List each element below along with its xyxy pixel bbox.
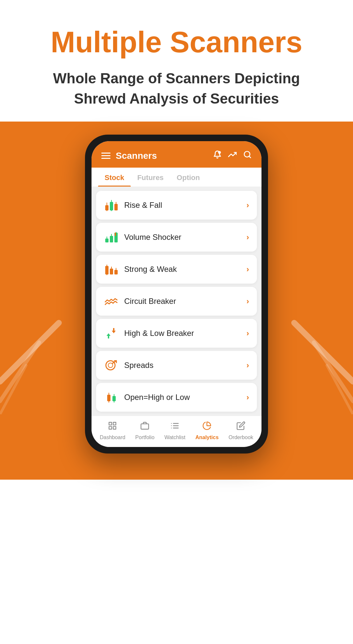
chevron-right-icon: › xyxy=(246,233,249,242)
analytics-icon xyxy=(202,421,211,433)
scanner-item-circuit-breaker[interactable]: Circuit Breaker › xyxy=(96,287,257,316)
scanner-name-rise-fall: Rise & Fall xyxy=(124,201,162,210)
portfolio-icon xyxy=(140,421,149,433)
volume-shocker-icon xyxy=(104,230,118,244)
nav-item-analytics[interactable]: Analytics xyxy=(195,421,219,440)
hamburger-menu-icon[interactable] xyxy=(101,153,110,159)
svg-rect-33 xyxy=(116,202,116,204)
tab-stock[interactable]: Stock xyxy=(98,168,131,187)
chevron-right-icon: › xyxy=(246,329,249,338)
hero-subtitle: Whole Range of Scanners Depicting Shrewd… xyxy=(46,68,307,108)
svg-rect-37 xyxy=(111,234,112,236)
svg-rect-30 xyxy=(111,200,112,202)
scanner-name-strong-weak: Strong & Weak xyxy=(124,265,177,274)
svg-rect-55 xyxy=(107,395,110,401)
circuit-breaker-icon xyxy=(104,294,118,308)
nav-label-portfolio: Portfolio xyxy=(135,435,155,440)
svg-rect-31 xyxy=(111,210,112,211)
scanner-name-high-low-breaker: High & Low Breaker xyxy=(124,329,194,338)
nav-label-orderbook: Orderbook xyxy=(228,435,253,440)
app-header: Scanners xyxy=(92,141,261,168)
svg-rect-59 xyxy=(114,394,114,396)
strong-weak-icon xyxy=(104,262,118,276)
svg-rect-39 xyxy=(116,232,116,233)
nav-item-watchlist[interactable]: Watchlist xyxy=(164,421,185,440)
svg-rect-57 xyxy=(109,401,109,403)
svg-marker-48 xyxy=(107,333,110,336)
svg-rect-32 xyxy=(114,204,118,210)
bottom-navigation: Dashboard Portfolio xyxy=(92,416,261,447)
scanner-name-volume-shocker: Volume Shocker xyxy=(124,233,181,242)
notification-bell-icon[interactable] xyxy=(213,150,222,161)
svg-rect-34 xyxy=(105,239,109,242)
chevron-right-icon: › xyxy=(246,393,249,402)
chevron-right-icon: › xyxy=(246,297,249,306)
svg-rect-62 xyxy=(113,422,116,425)
scanner-item-high-low-breaker[interactable]: High & Low Breaker › xyxy=(96,319,257,348)
nav-label-analytics: Analytics xyxy=(195,435,219,440)
svg-rect-49 xyxy=(108,336,109,339)
svg-point-23 xyxy=(218,151,221,154)
hero-section: Multiple Scanners Whole Range of Scanner… xyxy=(0,0,353,122)
svg-rect-26 xyxy=(105,205,109,210)
svg-rect-36 xyxy=(110,236,113,242)
open-high-low-icon xyxy=(104,390,118,405)
dashboard-icon xyxy=(108,421,117,433)
phone-frame: Scanners xyxy=(85,135,268,454)
scanner-name-spreads: Spreads xyxy=(124,361,153,370)
trending-icon[interactable] xyxy=(228,150,237,161)
svg-rect-28 xyxy=(107,210,107,211)
svg-rect-45 xyxy=(111,267,112,269)
scanner-item-rise-fall[interactable]: Rise & Fall › xyxy=(96,191,257,220)
svg-rect-51 xyxy=(113,328,114,331)
chevron-right-icon: › xyxy=(246,361,249,370)
nav-label-watchlist: Watchlist xyxy=(164,435,185,440)
svg-rect-27 xyxy=(107,203,107,205)
hero-title: Multiple Scanners xyxy=(20,26,333,58)
chevron-right-icon: › xyxy=(246,201,249,210)
svg-rect-40 xyxy=(115,233,116,236)
phone-mockup: Scanners xyxy=(0,122,353,454)
scanner-item-open-high-low[interactable]: Open=High or Low › xyxy=(96,383,257,412)
rise-fall-icon xyxy=(104,198,118,212)
svg-rect-65 xyxy=(141,424,149,429)
svg-rect-47 xyxy=(116,268,116,270)
svg-rect-46 xyxy=(114,270,118,274)
nav-label-dashboard: Dashboard xyxy=(100,435,125,440)
scanner-list: Rise & Fall › xyxy=(92,187,261,416)
svg-marker-50 xyxy=(112,331,116,333)
phone-screen: Scanners xyxy=(92,141,261,447)
header-icons xyxy=(213,150,252,161)
scanner-name-circuit-breaker: Circuit Breaker xyxy=(124,297,176,306)
scanner-item-volume-shocker[interactable]: Volume Shocker › xyxy=(96,223,257,252)
svg-rect-41 xyxy=(105,266,109,274)
svg-rect-35 xyxy=(107,237,107,239)
watchlist-icon xyxy=(170,421,179,433)
svg-rect-43 xyxy=(107,274,107,275)
svg-rect-61 xyxy=(109,422,112,425)
svg-rect-44 xyxy=(110,269,113,274)
spreads-icon xyxy=(104,358,118,372)
header-left: Scanners xyxy=(101,151,157,161)
svg-rect-63 xyxy=(113,427,116,429)
scanner-item-strong-weak[interactable]: Strong & Weak › xyxy=(96,255,257,284)
nav-item-portfolio[interactable]: Portfolio xyxy=(135,421,155,440)
nav-item-orderbook[interactable]: Orderbook xyxy=(228,421,253,440)
chevron-right-icon: › xyxy=(246,265,249,274)
scanner-item-spreads[interactable]: Spreads › xyxy=(96,351,257,380)
svg-rect-60 xyxy=(114,401,114,403)
tab-futures[interactable]: Futures xyxy=(131,168,170,187)
tab-option[interactable]: Option xyxy=(170,168,207,187)
high-low-breaker-icon xyxy=(104,326,118,340)
search-icon[interactable] xyxy=(243,150,252,161)
svg-rect-29 xyxy=(110,202,113,210)
svg-rect-56 xyxy=(109,393,109,395)
app-title: Scanners xyxy=(116,151,157,161)
scanner-name-open-high-low: Open=High or Low xyxy=(124,393,190,402)
orderbook-icon xyxy=(236,421,245,433)
tabs-bar: Stock Futures Option xyxy=(92,168,261,187)
nav-item-dashboard[interactable]: Dashboard xyxy=(100,421,125,440)
svg-rect-42 xyxy=(107,265,107,266)
svg-rect-64 xyxy=(109,427,112,429)
svg-point-53 xyxy=(108,363,113,368)
